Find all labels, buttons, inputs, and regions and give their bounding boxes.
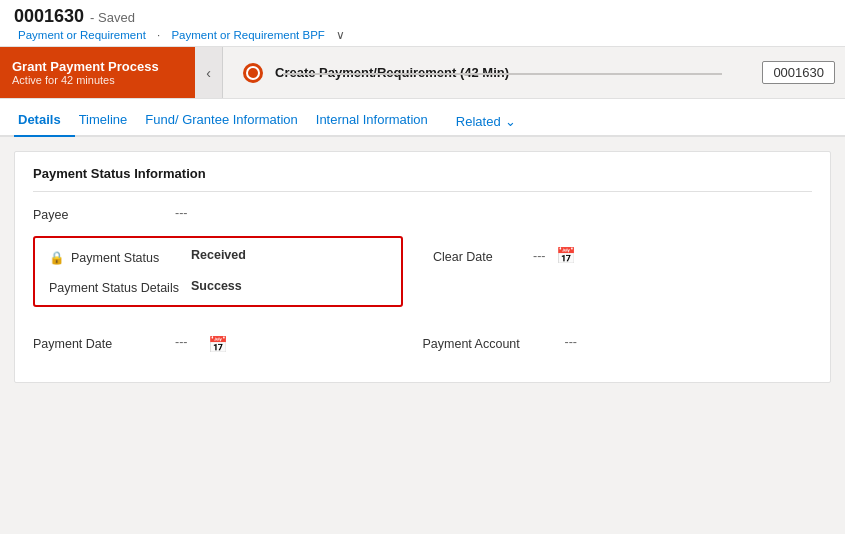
payee-value: --- xyxy=(175,206,188,220)
payment-status-details-label: Payment Status Details xyxy=(49,279,179,295)
tab-internal-information[interactable]: Internal Information xyxy=(312,104,442,137)
payment-account-label: Payment Account xyxy=(423,335,553,351)
tab-related-chevron: ⌄ xyxy=(505,114,516,129)
bpf-stage-subtitle: Active for 42 minutes xyxy=(12,74,183,86)
bpf-back-arrow[interactable]: ‹ xyxy=(195,47,223,98)
record-id: 0001630 xyxy=(14,6,84,27)
payment-date-calendar-icon[interactable]: 📅 xyxy=(208,335,228,354)
bpf-steps: Create Payment/Requirement (42 Min) xyxy=(223,47,762,98)
payment-date-label: Payment Date xyxy=(33,335,163,351)
lock-icon: 🔒 xyxy=(49,250,65,265)
breadcrumb-item-2[interactable]: Payment or Requirement BPF xyxy=(171,29,324,41)
payment-status-highlight-box: 🔒 Payment Status Received Payment Status… xyxy=(33,236,403,307)
payment-date-account-row: Payment Date --- 📅 Payment Account --- xyxy=(33,335,812,354)
payment-date-col: Payment Date --- 📅 xyxy=(33,335,423,354)
bpf-bar: Grant Payment Process Active for 42 minu… xyxy=(0,47,845,99)
payment-account-value: --- xyxy=(565,335,578,349)
payee-label: Payee xyxy=(33,206,163,222)
tab-details[interactable]: Details xyxy=(14,104,75,137)
breadcrumb-chevron[interactable]: ∨ xyxy=(336,29,345,41)
top-bar: 0001630 - Saved Payment or Requirement ·… xyxy=(0,0,845,47)
payment-status-row: 🔒 Payment Status Received xyxy=(49,248,387,265)
tab-related-dropdown[interactable]: Related ⌄ xyxy=(442,106,520,137)
payment-status-details-value: Success xyxy=(191,279,242,293)
payment-date-value: --- xyxy=(175,335,188,349)
tab-fund-grantee[interactable]: Fund/ Grantee Information xyxy=(141,104,311,137)
bpf-stage-title: Grant Payment Process xyxy=(12,59,183,74)
saved-label: - Saved xyxy=(90,10,135,25)
tab-bar: Details Timeline Fund/ Grantee Informati… xyxy=(0,99,845,137)
payment-status-details-col: Payment Status Details Success xyxy=(49,279,387,295)
payment-account-col: Payment Account --- xyxy=(423,335,813,351)
payee-row: Payee --- xyxy=(33,206,812,222)
main-content: Payment Status Information Payee --- 🔒 P… xyxy=(0,137,845,531)
bpf-id-box: 0001630 xyxy=(762,61,835,84)
payment-status-label: 🔒 Payment Status xyxy=(49,248,179,265)
clear-date-value: --- xyxy=(533,249,546,263)
payment-status-card: Payment Status Information Payee --- 🔒 P… xyxy=(14,151,831,383)
payee-col: Payee --- xyxy=(33,206,812,222)
bpf-step-line xyxy=(283,73,722,75)
tab-timeline[interactable]: Timeline xyxy=(75,104,142,137)
bpf-step-circle-inner xyxy=(248,68,258,78)
bpf-step-circle xyxy=(243,63,263,83)
clear-date-calendar-icon[interactable]: 📅 xyxy=(556,246,576,265)
payment-status-col: 🔒 Payment Status Received xyxy=(49,248,387,265)
card-title: Payment Status Information xyxy=(33,166,812,192)
tab-related-label: Related xyxy=(456,114,501,129)
breadcrumb-item-1[interactable]: Payment or Requirement xyxy=(18,29,146,41)
bpf-active-stage: Grant Payment Process Active for 42 minu… xyxy=(0,47,195,98)
payment-status-value: Received xyxy=(191,248,246,262)
breadcrumb: Payment or Requirement · Payment or Requ… xyxy=(14,28,831,42)
payment-status-details-row: Payment Status Details Success xyxy=(49,279,387,295)
breadcrumb-separator: · xyxy=(157,29,160,41)
clear-date-label: Clear Date xyxy=(433,248,523,264)
